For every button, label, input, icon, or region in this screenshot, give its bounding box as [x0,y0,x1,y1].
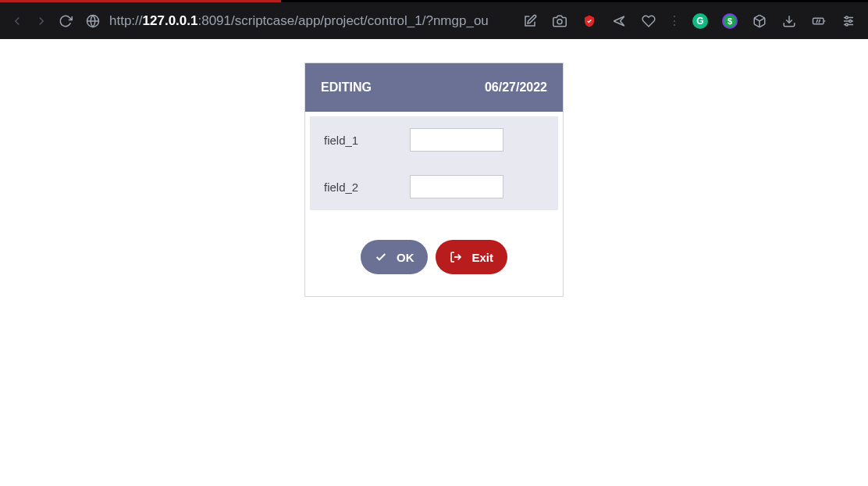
battery-icon-button[interactable] [807,9,831,33]
shield-icon [582,14,596,28]
ok-button[interactable]: OK [361,240,429,274]
globe-icon [86,14,100,28]
edit-icon-button[interactable] [518,9,542,33]
forward-button[interactable] [32,8,52,34]
form-row: field_1 [310,116,558,163]
battery-icon [812,14,826,28]
grammarly-badge[interactable]: G [688,9,712,33]
ok-button-label: OK [397,251,414,264]
form-card: EDITING 06/27/2022 field_1 field_2 OK Ex… [304,63,564,297]
form-footer: OK Exit [305,215,563,296]
camera-icon [553,14,567,28]
reload-icon [59,14,73,28]
form-title: EDITING [321,80,372,95]
url-text: http://127.0.0.1:8091/scriptcase/app/pro… [109,13,489,29]
field-1-input[interactable] [410,128,503,152]
reload-button[interactable] [55,8,75,34]
sign-out-icon [450,251,462,263]
dollar-badge[interactable]: $ [718,9,742,33]
form-body: field_1 field_2 [310,116,558,210]
field-2-input[interactable] [410,175,503,198]
svg-rect-9 [813,18,824,24]
svg-point-18 [845,23,848,26]
send-icon [612,14,626,28]
heart-icon [642,14,656,28]
field-label: field_2 [324,180,410,194]
svg-point-16 [845,16,848,19]
svg-line-12 [819,19,820,23]
grammarly-icon: G [692,13,708,29]
chevron-right-icon [34,14,48,28]
form-row: field_2 [310,163,558,210]
sliders-icon [841,14,856,28]
back-button[interactable] [8,8,27,34]
exit-button[interactable]: Exit [436,240,507,274]
send-icon-button[interactable] [607,9,631,33]
exit-button-label: Exit [471,251,493,264]
download-icon-button[interactable] [777,9,801,33]
top-accent-bar [0,0,281,2]
dollar-icon: $ [722,13,738,29]
svg-point-17 [849,20,852,22]
svg-point-2 [557,19,562,23]
camera-icon-button[interactable] [548,9,571,33]
more-dots[interactable]: ⋮ [667,13,682,28]
shield-icon-button[interactable] [578,9,601,33]
edit-icon [523,14,537,28]
package-icon [752,14,767,28]
address-bar[interactable]: http://127.0.0.1:8091/scriptcase/app/pro… [86,13,507,29]
download-icon [782,14,796,28]
package-icon-button[interactable] [748,9,771,33]
browser-toolbar: http://127.0.0.1:8091/scriptcase/app/pro… [0,2,868,39]
settings-icon-button[interactable] [837,9,860,33]
form-header: EDITING 06/27/2022 [305,63,563,112]
chevron-left-icon [10,14,24,28]
heart-icon-button[interactable] [637,9,660,33]
field-label: field_1 [324,134,410,147]
form-date: 06/27/2022 [485,80,547,95]
svg-line-11 [816,19,818,23]
check-icon [375,251,387,263]
